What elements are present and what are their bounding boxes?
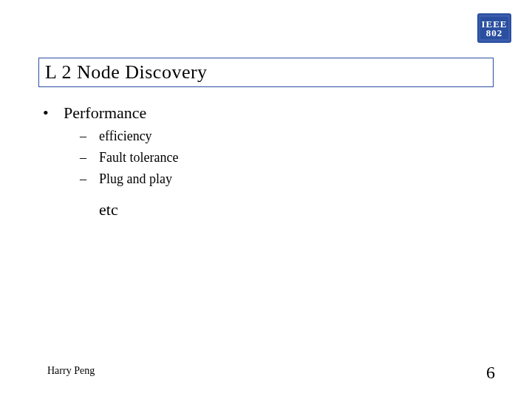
bullet-dash-icon: – bbox=[80, 171, 99, 187]
bullet-dash-icon: – bbox=[80, 129, 99, 144]
bullet-dot-icon: • bbox=[38, 103, 64, 123]
bullet-level1-text: Performance bbox=[64, 103, 146, 123]
ieee-802-logo: IEEE 802 bbox=[477, 13, 511, 43]
bullet-level1: • Performance bbox=[38, 103, 494, 123]
bullet-extra: etc bbox=[38, 200, 494, 219]
bullet-level2: – efficiency bbox=[38, 129, 494, 144]
footer-author: Harry Peng bbox=[47, 365, 95, 377]
bullet-level2-text: Fault tolerance bbox=[99, 150, 178, 166]
logo-line2: 802 bbox=[486, 28, 503, 38]
bullet-level2: – Fault tolerance bbox=[38, 150, 494, 166]
slide: IEEE 802 L 2 Node Discovery • Performanc… bbox=[0, 0, 532, 399]
bullet-level2: – Plug and play bbox=[38, 171, 494, 187]
bullet-dash-icon: – bbox=[80, 150, 99, 166]
bullet-level2-text: efficiency bbox=[99, 129, 152, 144]
footer-page-number: 6 bbox=[486, 363, 495, 383]
slide-title: L 2 Node Discovery bbox=[45, 61, 208, 83]
slide-body: • Performance – efficiency – Fault toler… bbox=[38, 99, 494, 219]
bullet-level2-text: Plug and play bbox=[99, 171, 172, 187]
slide-title-box: L 2 Node Discovery bbox=[38, 58, 494, 87]
